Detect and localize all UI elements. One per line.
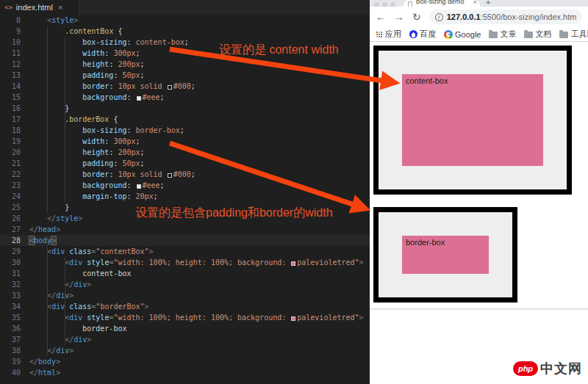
bookmark-百度[interactable]: 百度 <box>409 29 436 40</box>
code-line-text: <div style="width: 100%; height: 100%; b… <box>29 312 364 323</box>
forward-icon[interactable]: → <box>394 12 404 22</box>
indent-guide <box>65 257 65 345</box>
code-line-32: 32 </div> <box>0 279 370 290</box>
content-box-inner: content-box <box>402 74 543 166</box>
code-line-24: 24 margin-top: 20px; <box>0 191 370 202</box>
code-line-16: 16 } <box>0 103 370 114</box>
rendered-border-box: border-box <box>373 207 517 303</box>
bookmark-Google[interactable]: Google <box>444 30 481 39</box>
border-box-inner: border-box <box>402 236 489 274</box>
line-number: 26 <box>0 213 21 224</box>
code-line-text: </html> <box>29 367 60 378</box>
browser-window: box-sizing demo × + ← → ↻ i 127.0.0.1:55… <box>370 0 588 384</box>
url-path: :5500/box-sizing/index.html <box>481 12 576 21</box>
line-number: 37 <box>0 334 21 345</box>
code-line-29: 29 <div class="contentBox"> <box>0 246 370 257</box>
tab-close-icon[interactable]: × <box>58 3 62 12</box>
folder-icon <box>489 32 498 38</box>
google-g-icon <box>444 30 453 39</box>
screenshot-root: <> index.html × 8 <style>9 .contentBox {… <box>0 0 588 384</box>
tab-close-icon[interactable]: × <box>473 0 477 6</box>
line-number: 23 <box>0 180 21 191</box>
code-line-text: <div style="width: 100%; height: 100%; b… <box>29 257 364 268</box>
apps-grid-icon <box>376 31 383 38</box>
browser-tab[interactable]: box-sizing demo × <box>404 0 480 7</box>
code-line-14: 14 border: 10px solid #000; <box>0 81 370 92</box>
code-line-text: background: #eee; <box>29 92 165 103</box>
code-line-40: 40</html> <box>0 367 370 378</box>
code-line-text: content-box <box>29 268 131 279</box>
bookmarks-bar: 应用百度Google文章文档工具网站 <box>370 27 588 42</box>
line-number: 40 <box>0 367 21 378</box>
code-line-text: </head> <box>29 224 60 235</box>
rendered-page: content-box border-box php 中文网 <box>370 42 588 384</box>
line-number: 35 <box>0 312 21 323</box>
editor-tab-label: index.html <box>16 3 53 12</box>
code-line-21: 21 padding: 50px; <box>0 158 370 169</box>
address-bar[interactable]: i 127.0.0.1:5500/box-sizing/index.html <box>429 10 582 24</box>
code-line-38: 38 </div> <box>0 345 370 356</box>
code-line-text: </div> <box>29 290 74 301</box>
site-info-icon[interactable]: i <box>435 13 443 21</box>
line-number: 15 <box>0 92 21 103</box>
line-number: 16 <box>0 103 21 114</box>
reload-icon[interactable]: ↻ <box>412 12 421 22</box>
bookmark-文档[interactable]: 文档 <box>524 29 551 40</box>
url-text: 127.0.0.1:5500/box-sizing/index.html <box>447 12 576 21</box>
code-line-text: </style> <box>29 213 82 224</box>
phpcn-logo: php 中文网 <box>513 360 582 377</box>
indent-guide <box>65 37 65 202</box>
url-host: 127.0.0.1 <box>447 12 481 21</box>
code-line-text: box-sizing: border-box; <box>29 125 184 136</box>
line-number: 11 <box>0 48 21 59</box>
code-line-33: 33 </div> <box>0 290 370 301</box>
editor-tab-index-html[interactable]: <> index.html × <box>0 0 79 15</box>
code-line-text: <style> <box>29 15 78 26</box>
line-number: 28 <box>0 235 21 246</box>
color-swatch <box>291 261 295 266</box>
code-line-text: </div> <box>29 279 91 290</box>
bookmark-文章[interactable]: 文章 <box>489 29 516 40</box>
line-number: 36 <box>0 323 21 334</box>
indent-guide <box>47 26 48 213</box>
code-line-17: 17 .borderBox { <box>0 114 370 125</box>
color-swatch <box>291 316 295 321</box>
code-line-text: .contentBox { <box>29 26 122 37</box>
code-line-text: } <box>29 202 69 213</box>
line-number: 39 <box>0 356 21 367</box>
line-number: 33 <box>0 290 21 301</box>
line-number: 30 <box>0 257 21 268</box>
code-area[interactable]: 8 <style>9 .contentBox {10 box-sizing: c… <box>0 15 370 378</box>
code-line-27: 27</head> <box>0 224 370 235</box>
color-swatch <box>168 85 172 90</box>
color-swatch <box>137 184 141 189</box>
code-line-text: } <box>29 103 69 114</box>
code-line-text: box-sizing: content-box; <box>29 37 189 48</box>
code-line-13: 13 padding: 50px; <box>0 70 370 81</box>
phpcn-logo-text: 中文网 <box>540 360 582 377</box>
new-tab-button[interactable]: + <box>486 0 490 7</box>
line-number: 32 <box>0 279 21 290</box>
code-line-text: .borderBox { <box>29 114 118 125</box>
bookmark-工具网站[interactable]: 工具网站 <box>559 29 588 40</box>
line-number: 21 <box>0 158 21 169</box>
bookmark-label: Google <box>455 30 481 39</box>
back-icon[interactable]: ← <box>376 12 386 22</box>
bookmark-应用[interactable]: 应用 <box>376 29 401 40</box>
code-line-text: </body> <box>29 356 60 367</box>
code-line-9: 9 .contentBox { <box>0 26 370 37</box>
line-number: 18 <box>0 125 21 136</box>
editor-tab-bar: <> index.html × <box>0 0 370 15</box>
line-number: 14 <box>0 81 21 92</box>
color-swatch <box>168 173 172 178</box>
code-line-text: border-box <box>29 323 126 334</box>
line-number: 17 <box>0 114 21 125</box>
code-line-19: 19 width: 300px; <box>0 136 370 147</box>
folder-icon <box>524 32 533 38</box>
code-line-8: 8 <style> <box>0 15 370 26</box>
code-line-15: 15 background: #eee; <box>0 92 370 103</box>
bookmark-label: 文档 <box>535 29 551 40</box>
line-number: 38 <box>0 345 21 356</box>
code-line-text: <body> <box>29 235 56 246</box>
bookmark-label: 百度 <box>420 29 436 40</box>
